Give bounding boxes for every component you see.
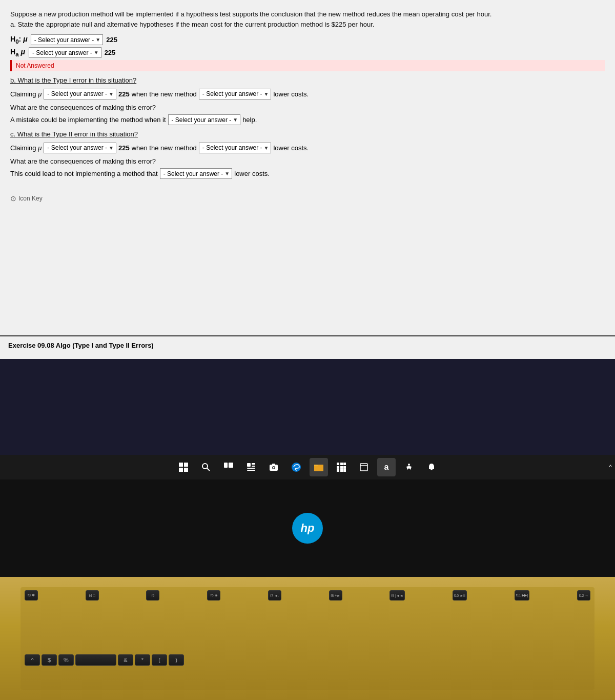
accessibility-icon[interactable] [400,458,418,476]
part-c-consequence-label: What are the consequences of making this… [10,156,605,167]
svg-rect-23 [340,466,343,469]
key-close-paren[interactable]: ) [169,654,184,666]
key-f5[interactable]: f5 [146,590,159,601]
keyboard-area: f3 ✱ f4 □ f5 f6 ◈ f7 ◄- f8 +► f9 |◄◄ f10… [20,587,594,690]
part-b-consequence-text: A mistake could be implementing the meth… [10,116,166,124]
icon-key-section: ⊙ Icon Key [10,194,605,203]
key-f4[interactable]: f4 □ [86,590,99,601]
h0-select-label: - Select your answer - [34,36,94,44]
h1-label: Ha μ [10,48,26,57]
part-b-cs-chevron-icon: ▼ [233,117,238,123]
part-b-suffix2: lower costs. [273,90,309,98]
not-answered-text: Not Answered [16,62,54,69]
h0-row: H0: μ - Select your answer - ▼ 225 [10,34,605,45]
svg-rect-28 [360,464,367,471]
part-b-select1-label: - Select your answer - [47,90,107,97]
svg-rect-26 [340,469,343,472]
svg-rect-31 [430,469,433,470]
svg-rect-1 [184,463,188,467]
svg-rect-7 [229,463,233,468]
svg-rect-25 [337,469,339,472]
svg-rect-11 [247,468,255,469]
svg-rect-2 [179,468,183,472]
part-c-select2-label: - Select your answer - [202,144,262,151]
key-open-paren[interactable]: ( [152,654,167,666]
part-c-select2[interactable]: - Select your answer - ▼ [199,143,272,153]
part-c-select1[interactable]: - Select your answer - ▼ [44,143,116,153]
part-c-value: 225 [118,144,130,152]
key-ampersand[interactable]: & [118,654,133,666]
part-c-consequence-select-label: - Select your answer - [163,170,223,177]
claiming-prefix-b: Claiming μ [10,90,42,98]
key-caret[interactable]: ^ [25,654,40,666]
part-b-select1[interactable]: - Select your answer - ▼ [44,89,116,99]
svg-point-4 [202,464,208,469]
camera-icon[interactable] [264,458,283,476]
svg-rect-21 [343,463,346,465]
start-icon[interactable] [174,458,193,476]
file-explorer-icon[interactable] [310,458,328,476]
edge-icon[interactable] [287,458,305,476]
part-b-select2-label: - Select your answer - [202,90,262,97]
keyboard-letter-icon[interactable]: a [377,458,396,476]
window-icon[interactable] [355,458,373,476]
h0-select[interactable]: - Select your answer - ▼ [31,34,104,45]
svg-point-15 [273,467,275,469]
svg-rect-19 [337,463,339,465]
key-f3[interactable]: f3 ✱ [25,590,38,601]
part-b-consequence-suffix: help. [242,116,257,124]
part-c-title: c. What is the Type II error in this sit… [10,129,605,139]
icon-key-label: Icon Key [18,195,43,202]
key-asterisk[interactable]: * [135,654,150,666]
key-f8[interactable]: f8 +► [329,590,342,601]
part-c-consequence-select[interactable]: - Select your answer - ▼ [160,168,233,179]
key-f9[interactable]: f9 |◄◄ [389,590,404,601]
h0-label: H0: μ [10,35,28,45]
taskbar-chevron-up-icon[interactable]: ^ [609,464,612,471]
svg-rect-10 [252,466,255,467]
key-percent[interactable]: % [58,654,74,666]
key-f6[interactable]: f6 ◈ [207,590,220,601]
claiming-prefix-c: Claiming μ [10,144,42,152]
part-c-consequence-row: This could lead to not implementing a me… [10,168,605,179]
grid-apps-icon[interactable] [332,458,351,476]
widgets-icon[interactable] [242,458,260,476]
h1-select[interactable]: - Select your answer - ▼ [29,47,101,58]
part-b-consequence-row: A mistake could be implementing the meth… [10,114,605,125]
key-f12[interactable]: f12 → [577,590,590,601]
problem-part-a: a. State the appropriate null and altern… [10,21,374,28]
h1-select-label: - Select your answer - [32,49,92,56]
notification-icon[interactable] [422,458,441,476]
part-c-select1-label: - Select your answer - [47,144,107,151]
part-c-consequence-text: This could lead to not implementing a me… [10,170,158,177]
exercise-label: Exercise 09.08 Algo (Type I and Type II … [8,342,154,349]
not-answered-badge: Not Answered [10,60,605,71]
key-f11[interactable]: f11 ▶▶| [515,590,530,601]
svg-rect-27 [343,469,346,472]
part-b-consequence-select-label: - Select your answer - [172,116,232,124]
problem-statement: Suppose a new production method will be … [10,9,605,29]
search-icon[interactable] [197,458,215,476]
main-key-row: ^ $ % & * ( ) [20,653,594,667]
icon-key-symbol: ⊙ [10,194,16,203]
part-b-consequence-label: What are the consequences of making this… [10,103,605,113]
key-f10[interactable]: f10 ►II [453,590,467,601]
part-c-claiming-row: Claiming μ - Select your answer - ▼ 225 … [10,143,605,153]
laptop-body: f3 ✱ f4 □ f5 f6 ◈ f7 ◄- f8 +► f9 |◄◄ f10… [0,577,615,700]
key-dollar[interactable]: $ [42,654,57,666]
part-b-consequence-select[interactable]: - Select your answer - ▼ [168,114,241,125]
part-b-select2[interactable]: - Select your answer - ▼ [199,89,272,99]
svg-rect-24 [343,466,346,469]
task-view-icon[interactable] [219,458,238,476]
key-space[interactable] [75,654,116,666]
part-b-suffix1: when the new method [132,90,197,98]
part-b-claiming-row: Claiming μ - Select your answer - ▼ 225 … [10,89,605,99]
part-c-suffix1: when the new method [132,144,197,152]
h1-chevron-icon: ▼ [94,50,99,55]
svg-rect-0 [179,463,183,467]
part-b-s2-chevron-icon: ▼ [264,91,269,97]
h1-row: Ha μ - Select your answer - ▼ 225 [10,47,605,58]
svg-rect-16 [272,464,275,465]
key-f7[interactable]: f7 ◄- [268,590,281,601]
part-b-title-struck: b. What is the Type I error in this situ… [10,75,605,86]
